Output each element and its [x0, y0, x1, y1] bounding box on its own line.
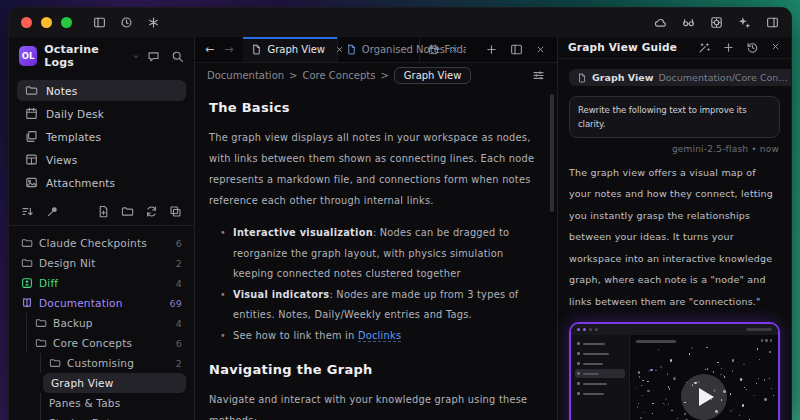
- graph-node-dot: [677, 418, 678, 419]
- file-tree: Claude Checkpoints 6 Design Nit 2 Diff 4: [9, 226, 194, 420]
- graph-node-dot: [641, 395, 642, 396]
- split-pane-icon[interactable]: [510, 43, 523, 56]
- panel-left-toggle-icon[interactable]: [93, 16, 106, 29]
- tree-item-documentation[interactable]: Documentation 69: [17, 293, 186, 313]
- mini-sidebar-row: [575, 359, 625, 368]
- magic-wand-icon[interactable]: [698, 41, 711, 54]
- graph-node-dot: [733, 409, 734, 410]
- cloud-sync-icon[interactable]: [654, 16, 667, 29]
- new-folder-icon[interactable]: [121, 205, 134, 218]
- note-title-field[interactable]: Graph View: [394, 67, 472, 84]
- tree-count: 6: [176, 338, 182, 349]
- editor-pane: ← → Graph View Documentation Organised N…: [195, 37, 557, 420]
- sync-icon[interactable]: [145, 205, 158, 218]
- maximize-window-button[interactable]: [61, 17, 72, 28]
- doclinks-link[interactable]: Doclinks: [358, 330, 401, 342]
- graph-node-dot: [706, 347, 707, 348]
- section-heading: Navigating the Graph: [209, 362, 535, 377]
- tree-item-storing-data[interactable]: Storing Data: [17, 413, 186, 420]
- tree-label: Documentation: [39, 297, 123, 309]
- pin-icon[interactable]: [46, 205, 59, 218]
- nav-label: Attachments: [46, 177, 115, 189]
- sidebar: OL Octarine Logs Notes Daily: [9, 37, 195, 420]
- tree-item-graph-view[interactable]: Graph View: [43, 373, 186, 393]
- tab-graph-view[interactable]: Graph View Documentation: [243, 37, 337, 62]
- tree-label: Core Concepts: [53, 337, 132, 349]
- breadcrumb-part[interactable]: Documentation: [207, 70, 284, 81]
- book-icon: [21, 297, 33, 309]
- sidebar-item-attachments[interactable]: Attachments: [17, 172, 186, 193]
- mini-sidebar-row: [575, 369, 625, 378]
- assistant-body: Graph View Documentation/Core Concepts R…: [558, 59, 791, 420]
- tree-count: 4: [176, 318, 182, 329]
- tab-friday[interactable]: Friday, D: [420, 37, 474, 62]
- tree-label: Backup: [53, 317, 93, 329]
- sidebar-item-templates[interactable]: Templates: [17, 126, 186, 147]
- minimize-window-button[interactable]: [41, 17, 52, 28]
- workspace-name[interactable]: Octarine Logs: [44, 43, 125, 69]
- graph-node-dot: [740, 378, 742, 380]
- user-prompt-bubble: Rewrite the following text to improve it…: [569, 96, 780, 138]
- graph-node-dot: [769, 378, 770, 379]
- bullet-list: Interactive visualization: Nodes can be …: [209, 223, 535, 346]
- new-chat-icon[interactable]: [722, 41, 735, 54]
- tab-organised-notes[interactable]: Organised Notes: [338, 37, 421, 62]
- sort-icon[interactable]: [21, 205, 34, 218]
- chevron-down-icon[interactable]: [132, 52, 140, 61]
- graph-node-dot: [671, 410, 672, 411]
- graph-node-dot: [764, 379, 765, 380]
- tree-label: Design Nit: [39, 257, 95, 269]
- breadcrumb-part[interactable]: Core Concepts: [302, 70, 375, 81]
- graph-node-dot: [758, 378, 759, 379]
- grid-icon: [25, 153, 38, 166]
- asterisk-flower-icon[interactable]: [147, 16, 160, 29]
- tree-item-customising[interactable]: Customising 2: [17, 353, 186, 373]
- workspace-header: OL Octarine Logs: [9, 37, 194, 74]
- graph-node-dot: [724, 376, 725, 377]
- play-button[interactable]: [681, 374, 727, 420]
- view-options-icon[interactable]: [532, 69, 545, 82]
- tree-item-core-concepts[interactable]: Core Concepts 6: [17, 333, 186, 353]
- vault-icon[interactable]: [710, 16, 723, 29]
- tree-item-diff[interactable]: Diff 4: [17, 273, 186, 293]
- duplicate-icon[interactable]: [169, 205, 182, 218]
- sidebar-item-notes[interactable]: Notes: [17, 80, 186, 101]
- back-button[interactable]: ←: [205, 43, 214, 56]
- video-preview[interactable]: [569, 322, 780, 420]
- sidebar-item-daily-desk[interactable]: Daily Desk: [17, 103, 186, 124]
- chip-path: Documentation/Core Concepts: [658, 72, 788, 83]
- sidebar-item-views[interactable]: Views: [17, 149, 186, 170]
- scrollbar-thumb[interactable]: [550, 94, 554, 212]
- comment-icon[interactable]: [147, 50, 160, 63]
- mini-sidebar: [571, 335, 630, 420]
- tree-item-design-nit[interactable]: Design Nit 2: [17, 253, 186, 273]
- app-window: OL Octarine Logs Notes Daily: [8, 7, 792, 420]
- history-icon[interactable]: [746, 41, 759, 54]
- graph-node-dot: [732, 359, 734, 361]
- tree-item-claude-checkpoints[interactable]: Claude Checkpoints 6: [17, 233, 186, 253]
- new-tab-icon[interactable]: [485, 43, 498, 56]
- breadcrumb-separator: >: [380, 70, 388, 81]
- new-file-icon[interactable]: [97, 205, 110, 218]
- assistant-header: Graph View Guide: [558, 37, 791, 59]
- folder-icon: [35, 317, 47, 329]
- graph-node-dot: [644, 412, 645, 413]
- close-pane-icon[interactable]: [535, 44, 546, 55]
- clock-icon[interactable]: [120, 16, 133, 29]
- close-panel-icon[interactable]: [770, 41, 781, 52]
- ai-sparkles-icon[interactable]: [738, 16, 751, 29]
- list-text: See how to link them in: [233, 330, 358, 341]
- glasses-icon[interactable]: [682, 16, 695, 29]
- graph-node-dot: [639, 376, 640, 377]
- context-chip[interactable]: Graph View Documentation/Core Concepts: [569, 69, 791, 86]
- tree-item-panes-tabs[interactable]: Panes & Tabs: [17, 393, 186, 413]
- panel-right-toggle-icon[interactable]: [766, 16, 779, 29]
- graph-node-dot: [638, 403, 639, 404]
- graph-node-dot: [721, 368, 722, 369]
- graph-node-dot: [665, 398, 666, 399]
- tree-item-backup[interactable]: Backup 4: [17, 313, 186, 333]
- close-window-button[interactable]: [21, 17, 32, 28]
- graph-node-dot: [674, 379, 675, 380]
- forward-button[interactable]: →: [224, 43, 233, 56]
- search-icon[interactable]: [171, 50, 184, 63]
